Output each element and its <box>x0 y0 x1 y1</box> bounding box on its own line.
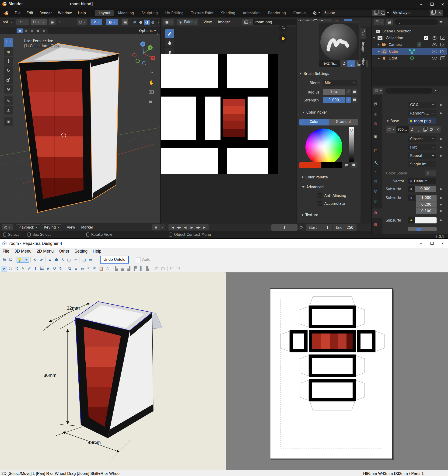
swap-colors-icon[interactable]: ⇄ <box>345 163 348 167</box>
joint-icon[interactable]: ⚯ <box>72 257 78 263</box>
shading-solid-icon[interactable]: ● <box>138 20 144 24</box>
prop-image-pack-icon[interactable]: 🗇 <box>428 126 435 133</box>
text-tool-icon[interactable]: T <box>32 266 39 272</box>
tool-select-box[interactable] <box>4 38 13 47</box>
brush-preview[interactable] <box>319 23 359 60</box>
select-mode-invert-icon[interactable]: ▩ <box>35 29 41 32</box>
viewlayer-copy-button[interactable] <box>430 10 437 16</box>
pk-menu-2d[interactable]: 2D Menu <box>34 249 56 254</box>
viewport-zoom-icon[interactable] <box>150 70 152 73</box>
keying-dropdown[interactable]: Keying <box>41 224 62 230</box>
canvas-pan-button[interactable]: ✋ <box>279 34 287 43</box>
select-mode-extend-icon[interactable]: ▧ <box>23 29 29 32</box>
subsurface-radius-1[interactable]: 0.200 <box>416 201 437 208</box>
tool-scale[interactable] <box>4 75 13 84</box>
viewport-pan-icon[interactable]: ✋ <box>149 80 154 85</box>
shape-box-icon[interactable]: ⬙ <box>47 257 53 263</box>
value-slider-handle[interactable] <box>350 129 353 131</box>
subsurface-color-swatch[interactable] <box>415 217 437 223</box>
tab-scene-icon[interactable]: ▣ <box>374 134 377 139</box>
paint-mode-dropdown[interactable]: Paint <box>177 19 198 25</box>
value-slider[interactable] <box>349 127 354 162</box>
camera-render-icon[interactable] <box>440 43 445 46</box>
advanced-header[interactable]: Advanced <box>302 185 324 189</box>
image-editor-menu-view[interactable]: View <box>201 20 215 24</box>
tab-material-active[interactable]: ◑ <box>372 209 382 218</box>
print-icon[interactable]: ⎙ <box>104 266 111 272</box>
auto-checkbox[interactable]: ✓ <box>136 257 140 262</box>
camera-visibility-icon[interactable] <box>432 43 437 46</box>
properties-filter-icon[interactable] <box>435 90 437 91</box>
cube-object[interactable] <box>19 43 119 212</box>
end-value[interactable]: 250 <box>347 226 354 230</box>
extension-dropdown[interactable]: Repeat <box>408 153 436 159</box>
close-button[interactable]: × <box>437 2 448 6</box>
align-middle-icon[interactable]: ▌ <box>138 266 145 272</box>
rotate-left-icon[interactable]: ◰ <box>154 266 160 272</box>
divide-part-icon[interactable]: ⑆ <box>13 266 20 272</box>
pepakura-3d-pane[interactable]: 32mm 86mm 43mm <box>0 272 225 470</box>
image-canvas[interactable] <box>161 27 296 223</box>
light-toggle-icon[interactable]: 💡 <box>17 257 23 263</box>
pk-close-button[interactable]: × <box>437 241 448 246</box>
texture-toggle-icon[interactable]: ◕ <box>23 257 29 263</box>
tool-cursor[interactable]: ⊕ <box>4 47 13 56</box>
light-render-icon[interactable] <box>440 57 445 60</box>
base-color-socket[interactable]: room.png <box>408 118 436 124</box>
shading-wireframe-icon[interactable]: ⊕ <box>132 20 138 24</box>
brush-users-count[interactable]: 2 <box>340 60 347 67</box>
gizmos-toggle[interactable]: ↗ <box>91 19 102 25</box>
tool-annotate[interactable]: ✎ <box>4 96 13 105</box>
play-reverse-button[interactable]: ◀ <box>182 226 189 229</box>
tab-texture-icon[interactable]: ▦ <box>374 222 377 227</box>
select-mode-subtract-icon[interactable]: ▨ <box>29 29 35 32</box>
open-book-icon[interactable]: ⧉ <box>67 266 73 272</box>
viewlayer-selector[interactable]: ViewLayer × <box>380 10 443 16</box>
viewlayer-remove-button[interactable]: × <box>437 10 443 16</box>
outliner-row-cube[interactable]: ▶ Cube <box>372 48 447 55</box>
blender-menu-logo-icon[interactable] <box>3 11 9 16</box>
auto-keying-dropdown[interactable] <box>160 224 165 230</box>
texture-header[interactable]: Texture <box>302 213 318 217</box>
image-name-field[interactable]: room.png <box>255 20 272 24</box>
align-center-icon[interactable]: ▄ <box>120 266 126 272</box>
minimize-button[interactable]: – <box>416 2 426 6</box>
tab-particles-icon[interactable]: ⁘ <box>374 170 377 175</box>
arrange-parts-icon[interactable]: ⚏ <box>79 266 85 272</box>
tab-physics-icon[interactable]: ◔ <box>374 179 377 183</box>
brush-name-field[interactable]: TexDra... <box>319 60 340 67</box>
properties-search-input[interactable] <box>386 88 432 94</box>
select-move-icon[interactable]: ➤ <box>1 266 7 272</box>
workspace-tab-animation[interactable]: Animation <box>239 10 264 16</box>
redo-icon[interactable]: ↻ <box>58 266 64 272</box>
gradient-tab[interactable]: Gradient <box>329 119 358 125</box>
workspace-tab-layout[interactable]: Layout <box>95 10 114 16</box>
navigation-gizmo[interactable]: Z Y X <box>131 41 156 67</box>
prop-image-name[interactable]: roo... <box>396 126 408 133</box>
proportional-editing-toggle[interactable]: ◉ <box>49 19 56 25</box>
tab-tool[interactable]: Tool <box>361 28 366 39</box>
save-file-icon[interactable]: 🖫 <box>8 257 14 263</box>
pattern-select-icon[interactable]: ⧈ <box>73 266 79 272</box>
maximize-button[interactable] <box>426 2 437 6</box>
shading-rendered-icon[interactable]: ◍ <box>150 20 156 24</box>
timeline-editor-dropdown[interactable]: ◷ <box>2 224 13 230</box>
select-mode-intersect-icon[interactable]: ▥ <box>41 29 47 32</box>
partial-row-field[interactable] <box>408 227 437 231</box>
tab-modifiers-icon[interactable]: 🔧 <box>374 161 379 165</box>
shading-material-icon[interactable]: ◑ <box>144 20 150 25</box>
timeline-menu-view[interactable]: View <box>64 225 78 229</box>
subsurface-color-socket-icon[interactable] <box>410 220 412 221</box>
rotate-model-2-icon[interactable]: ⟳ <box>38 257 44 263</box>
brush-settings-header[interactable]: Brush Settings <box>299 72 329 76</box>
collection-visibility-icon[interactable] <box>432 36 437 40</box>
workspace-tab-sculpting[interactable]: Sculpting <box>138 10 161 16</box>
transform-orientation-dropdown[interactable]: bal <box>0 19 14 25</box>
edit-line-icon[interactable]: ✐ <box>26 266 32 272</box>
interpolation-dropdown[interactable]: Closest <box>408 136 436 142</box>
image-browse-dropdown[interactable] <box>242 19 253 25</box>
primary-color-swatch[interactable] <box>299 162 321 168</box>
menu-help[interactable]: Help <box>75 11 89 15</box>
prop-image-shield-icon[interactable] <box>415 126 422 133</box>
scene-copy-button[interactable] <box>372 10 379 16</box>
